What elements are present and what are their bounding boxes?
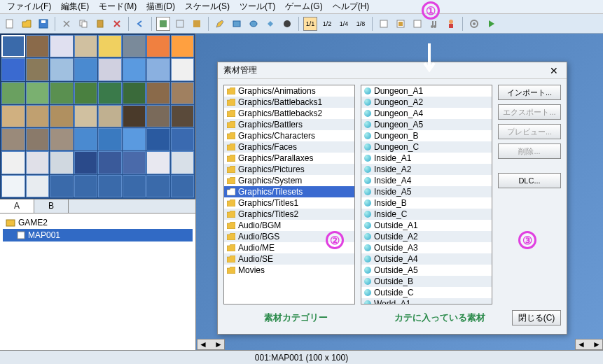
mode-event-icon[interactable] [173,17,187,31]
scale-18-icon[interactable]: 1/8 [354,17,368,31]
material-item[interactable]: Dungeon_B [361,130,492,141]
mode-map-icon[interactable] [156,17,170,31]
menu-game[interactable]: ゲーム(G) [281,0,326,14]
material-item[interactable]: Outside_A4 [361,253,492,265]
character-icon[interactable] [444,17,458,31]
left-scrollbar[interactable]: ◄► [197,339,225,350]
svg-rect-15 [414,20,421,27]
material-item[interactable]: Inside_A4 [361,175,492,186]
delete-button[interactable]: 削除... [498,144,561,159]
category-item[interactable]: Graphics/Pictures [224,164,354,175]
tab-a[interactable]: A [0,200,34,213]
material-item[interactable]: Outside_A3 [361,242,492,253]
pencil-icon[interactable] [213,17,227,31]
scale-12-icon[interactable]: 1/2 [320,17,334,31]
close-icon[interactable]: ✕ [550,65,561,76]
tab-b[interactable]: B [34,200,69,213]
map-icon [17,231,25,239]
material-item[interactable]: Inside_A2 [361,164,492,175]
category-item[interactable]: Graphics/Faces [224,141,354,153]
category-item[interactable]: Movies [224,265,354,276]
material-item[interactable]: Outside_C [361,287,492,298]
material-item[interactable]: Outside_B [361,276,492,287]
script-icon[interactable] [410,17,424,31]
resource-icon[interactable] [394,17,408,31]
scale-14-icon[interactable]: 1/4 [337,17,351,31]
menu-mode[interactable]: モード(M) [95,0,141,14]
category-item[interactable]: Graphics/Battlebacks1 [224,97,354,108]
tileset-palette[interactable] [0,34,195,199]
settings-icon[interactable] [467,17,481,31]
preview-button[interactable]: プレビュー... [498,124,561,139]
cut-icon[interactable] [60,17,74,31]
material-item[interactable]: Outside_A5 [361,265,492,276]
copy-icon[interactable] [76,17,90,31]
material-item[interactable]: Dungeon_A5 [361,119,492,130]
ellipse-icon[interactable] [247,17,261,31]
close-button[interactable]: 閉じる(C) [512,310,561,326]
category-item[interactable]: Graphics/Battlebacks2 [224,108,354,119]
material-item[interactable]: Outside_A2 [361,231,492,242]
material-list[interactable]: Dungeon_A1Dungeon_A2Dungeon_A4Dungeon_A5… [361,85,492,304]
material-item[interactable]: Dungeon_A1 [361,85,492,97]
save-icon[interactable] [36,17,50,31]
rect-icon[interactable] [230,17,244,31]
menu-file[interactable]: ファイル(F) [3,0,55,14]
svg-point-11 [284,20,291,27]
material-label: カテに入っている素材 [368,312,512,324]
scale-11-icon[interactable]: 1/1 [303,17,317,31]
category-item[interactable]: Graphics/Tilesets [224,186,354,197]
material-item[interactable]: Inside_A1 [361,153,492,164]
svg-point-21 [473,22,476,25]
svg-rect-9 [233,21,240,27]
map-tree[interactable]: GAME2 MAP001 [0,213,195,350]
menu-draw[interactable]: 描画(D) [142,0,179,14]
material-item[interactable]: Inside_A5 [361,186,492,197]
statusbar: 001:MAP001 (100 x 100) [0,350,603,364]
category-list[interactable]: Graphics/AnimationsGraphics/Battlebacks1… [223,85,355,304]
export-button[interactable]: エクスポート... [498,104,561,120]
mode-region-icon[interactable] [190,17,204,31]
category-item[interactable]: Graphics/Parallaxes [224,153,354,164]
map-canvas[interactable]: 素材管理 ✕ Graphics/AnimationsGraphics/Battl… [196,34,603,350]
category-item[interactable]: Graphics/Battlers [224,119,354,130]
right-scrollbar[interactable]: ◄► [575,339,603,350]
paste-icon[interactable] [93,17,107,31]
category-item[interactable]: Graphics/Animations [224,85,354,97]
shadow-icon[interactable] [280,17,294,31]
playtest-icon[interactable] [484,17,498,31]
toolbar: 1/1 1/2 1/4 1/8 [0,14,603,34]
category-item[interactable]: Graphics/Titles1 [224,197,354,209]
material-item[interactable]: Dungeon_C [361,141,492,153]
menu-edit[interactable]: 編集(E) [57,0,93,14]
material-item[interactable]: Dungeon_A2 [361,97,492,108]
delete-icon[interactable] [110,17,124,31]
tree-map[interactable]: MAP001 [3,229,193,241]
material-item[interactable]: Inside_C [361,209,492,220]
category-item[interactable]: Audio/SE [224,253,354,265]
category-item[interactable]: Graphics/System [224,175,354,186]
category-item[interactable]: Audio/BGM [224,220,354,231]
fill-icon[interactable] [263,17,277,31]
menu-help[interactable]: ヘルプ(H) [328,0,374,14]
material-item[interactable]: Outside_A1 [361,220,492,231]
menubar: ファイル(F) 編集(E) モード(M) 描画(D) スケール(S) ツール(T… [0,0,603,14]
database-icon[interactable] [377,17,391,31]
menu-tool[interactable]: ツール(T) [235,0,279,14]
tree-root[interactable]: GAME2 [3,216,193,229]
import-button[interactable]: インポート... [498,85,561,100]
material-item[interactable]: Inside_B [361,197,492,209]
undo-icon[interactable] [133,17,147,31]
svg-point-10 [250,21,257,27]
menu-scale[interactable]: スケール(S) [181,0,234,14]
new-icon[interactable] [3,17,17,31]
category-item[interactable]: Graphics/Characters [224,130,354,141]
category-item[interactable]: Graphics/Titles2 [224,209,354,220]
material-item[interactable]: World_A1 [361,298,492,304]
svg-point-18 [449,20,453,24]
dlc-button[interactable]: DLC... [498,173,561,188]
svg-point-17 [434,25,436,28]
material-item[interactable]: Dungeon_A4 [361,108,492,119]
open-icon[interactable] [20,17,34,31]
svg-rect-12 [380,20,387,27]
